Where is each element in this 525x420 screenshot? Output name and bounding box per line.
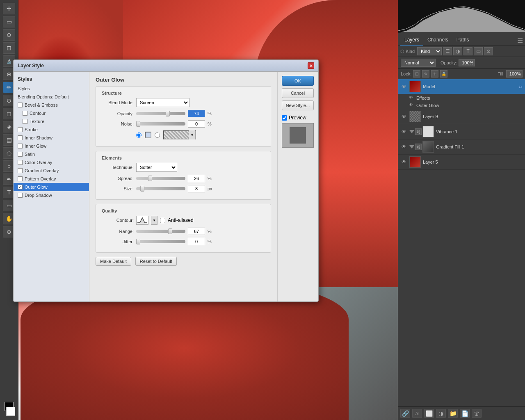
- fill-input[interactable]: [506, 70, 523, 78]
- kind-select[interactable]: Kind: [417, 47, 442, 55]
- spread-slider[interactable]: [136, 177, 185, 180]
- panel-menu-button[interactable]: ☰: [517, 37, 523, 44]
- preview-checkbox[interactable]: [282, 115, 287, 121]
- outer-glow-checkbox[interactable]: ✓: [18, 185, 23, 189]
- reset-to-default-button[interactable]: Reset to Default: [135, 257, 177, 266]
- range-slider[interactable]: [136, 230, 185, 233]
- link-layers-button[interactable]: 🔗: [400, 409, 410, 418]
- style-item-inner-glow[interactable]: Inner Glow: [14, 142, 89, 150]
- color-solid-radio[interactable]: [136, 132, 142, 138]
- layer-item-vibrance1[interactable]: 👁 ⛓ Vibrance 1: [398, 124, 525, 139]
- outer-glow-effect-item[interactable]: 👁 Outer Glow: [398, 102, 525, 109]
- add-style-button[interactable]: fx: [412, 409, 422, 418]
- style-item-blending[interactable]: Blending Options: Default: [14, 93, 89, 101]
- background-color[interactable]: [6, 407, 15, 416]
- inner-shadow-checkbox[interactable]: [18, 135, 23, 140]
- cancel-button[interactable]: Cancel: [282, 88, 314, 98]
- opacity-slider[interactable]: [136, 112, 185, 115]
- delete-layer-button[interactable]: 🗑: [472, 409, 482, 418]
- layer-visibility-layer5[interactable]: 👁: [401, 159, 407, 165]
- style-item-styles[interactable]: Styles: [14, 84, 89, 93]
- tab-layers[interactable]: Layers: [400, 35, 423, 46]
- effects-visibility-icon[interactable]: 👁: [409, 95, 415, 101]
- tool-crop[interactable]: ⊡: [3, 42, 15, 54]
- satin-checkbox[interactable]: [18, 152, 23, 157]
- filter-adjustment-icon[interactable]: ◑: [453, 47, 462, 55]
- new-style-button[interactable]: New Style...: [282, 100, 314, 110]
- color-gradient-swatch[interactable]: ▼: [163, 130, 196, 139]
- style-item-texture[interactable]: Texture: [14, 117, 89, 126]
- style-item-gradient-overlay[interactable]: Gradient Overlay: [14, 167, 89, 175]
- size-field-input[interactable]: [188, 185, 205, 192]
- lock-image-icon[interactable]: ✎: [422, 70, 429, 78]
- contour-dropdown-btn[interactable]: ▼: [151, 216, 158, 225]
- style-item-outer-glow[interactable]: ✓ Outer Glow: [14, 183, 89, 191]
- layer-visibility-vibrance1[interactable]: 👁: [401, 128, 407, 135]
- tab-paths[interactable]: Paths: [452, 35, 473, 46]
- opacity-field-input[interactable]: [188, 110, 205, 117]
- technique-select[interactable]: Softer Precise: [136, 163, 177, 172]
- range-slider-thumb[interactable]: [168, 228, 172, 234]
- dialog-close-button[interactable]: ✕: [308, 62, 314, 69]
- gradient-dropdown-btn[interactable]: ▼: [189, 130, 195, 139]
- style-item-contour[interactable]: Contour: [14, 109, 89, 117]
- bevel-checkbox[interactable]: [18, 103, 23, 107]
- filter-type-icon[interactable]: T: [463, 47, 472, 55]
- blend-mode-select[interactable]: Normal: [401, 59, 436, 67]
- filter-shape-icon[interactable]: ▭: [474, 47, 483, 55]
- style-item-color-overlay[interactable]: Color Overlay: [14, 158, 89, 167]
- opacity-input[interactable]: [459, 59, 475, 66]
- drop-shadow-checkbox[interactable]: [18, 193, 23, 198]
- layer-visibility-model[interactable]: 👁: [401, 83, 407, 90]
- filter-smart-icon[interactable]: ⊙: [484, 47, 493, 55]
- layer-item-layer9[interactable]: 👁 Layer 9: [398, 109, 525, 124]
- make-default-button[interactable]: Make Default: [96, 257, 131, 266]
- tool-move[interactable]: ✛: [3, 3, 15, 14]
- size-slider[interactable]: [136, 187, 185, 190]
- size-slider-thumb[interactable]: [140, 186, 144, 192]
- contour-checkbox[interactable]: [23, 111, 27, 116]
- color-solid-swatch[interactable]: [145, 132, 151, 138]
- tool-lasso[interactable]: ⊙: [3, 29, 15, 41]
- lock-transparent-icon[interactable]: ☐: [413, 70, 420, 78]
- stroke-checkbox[interactable]: [18, 127, 23, 132]
- gradient-overlay-checkbox[interactable]: [18, 168, 23, 173]
- filter-pixel-icon[interactable]: ☰: [443, 47, 452, 55]
- jitter-slider-thumb[interactable]: [136, 239, 140, 244]
- layer-item-layer5[interactable]: 👁 Layer 5: [398, 155, 525, 170]
- inner-glow-checkbox[interactable]: [18, 144, 23, 148]
- add-mask-button[interactable]: ⬜: [424, 409, 434, 418]
- style-item-bevel[interactable]: Bevel & Emboss: [14, 101, 89, 109]
- color-gradient-radio[interactable]: [155, 132, 160, 138]
- spread-slider-thumb[interactable]: [148, 176, 152, 181]
- noise-slider[interactable]: [136, 122, 185, 126]
- lock-all-icon[interactable]: 🔒: [440, 70, 447, 78]
- outer-glow-visibility-icon[interactable]: 👁: [409, 103, 415, 108]
- jitter-field-input[interactable]: [188, 238, 205, 245]
- opacity-slider-thumb[interactable]: [166, 111, 170, 116]
- anti-aliased-checkbox[interactable]: [160, 218, 165, 223]
- new-group-button[interactable]: 📁: [448, 409, 458, 418]
- style-item-satin[interactable]: Satin: [14, 150, 89, 158]
- new-adjustment-button[interactable]: ◑: [436, 409, 446, 418]
- noise-slider-thumb[interactable]: [136, 121, 140, 127]
- tab-channels[interactable]: Channels: [423, 35, 452, 46]
- layer-item-gradient-fill-1[interactable]: 👁 ⛓ Gradient Fill 1: [398, 139, 525, 155]
- style-item-stroke[interactable]: Stroke: [14, 126, 89, 134]
- texture-checkbox[interactable]: [23, 119, 27, 124]
- ok-button[interactable]: OK: [282, 76, 314, 86]
- color-overlay-checkbox[interactable]: [18, 160, 23, 165]
- jitter-slider[interactable]: [136, 240, 185, 243]
- layer-visibility-layer9[interactable]: 👁: [401, 113, 407, 120]
- noise-field-input[interactable]: [188, 120, 205, 128]
- style-item-drop-shadow[interactable]: Drop Shadow: [14, 191, 89, 199]
- spread-field-input[interactable]: [188, 175, 205, 182]
- style-item-pattern-overlay[interactable]: Pattern Overlay: [14, 175, 89, 183]
- contour-preview-box[interactable]: [136, 216, 148, 225]
- layer-visibility-gradient-fill1[interactable]: 👁: [401, 144, 407, 150]
- lock-position-icon[interactable]: ✛: [431, 70, 438, 78]
- new-layer-button[interactable]: 📄: [460, 409, 470, 418]
- pattern-overlay-checkbox[interactable]: [18, 176, 23, 181]
- layer-item-model[interactable]: 👁 Model fx: [398, 79, 525, 94]
- style-item-inner-shadow[interactable]: Inner Shadow: [14, 134, 89, 142]
